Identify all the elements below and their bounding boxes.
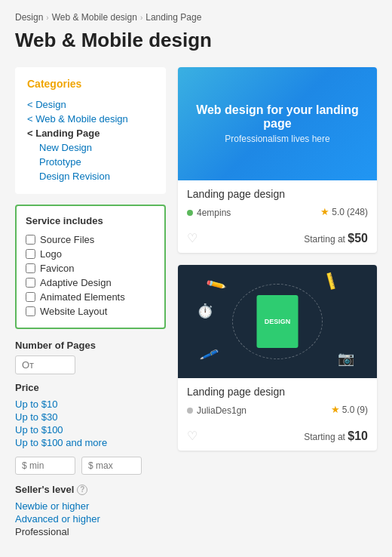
checkbox-source-files-label: Source Files: [40, 234, 94, 245]
camera-icon: 📷: [338, 350, 354, 367]
product-footer-1: ♡ Starting at $50: [178, 226, 377, 253]
price-amount-2: $10: [348, 429, 368, 442]
content-area: Web design for your landing page Profess…: [178, 67, 377, 463]
breadcrumb-web-mobile[interactable]: Web & Mobile design: [52, 12, 137, 23]
clock-icon: ⏱️: [197, 303, 213, 319]
checkbox-adaptive-design[interactable]: Adaptive Design: [26, 275, 155, 290]
product-image-text-1: Web design for your landing page Profess…: [178, 96, 377, 152]
product-image-1: Web design for your landing page Profess…: [178, 67, 377, 180]
checkbox-animated-elements-label: Animated Elements: [40, 291, 125, 303]
checkbox-animated-elements[interactable]: Animated Elements: [26, 290, 155, 304]
sidebar: Categories < Design < Web & Mobile desig…: [15, 67, 166, 538]
categories-title: Categories: [27, 78, 154, 90]
checkbox-source-files-input[interactable]: [26, 235, 35, 245]
pencil-icon: ✏️: [205, 273, 228, 296]
price-range: [15, 457, 166, 475]
product-meta-2: JuliaDes1gn ★ 5.0 (9): [187, 404, 368, 417]
category-design[interactable]: < Design: [27, 97, 154, 112]
seller-level-title: Seller's level ?: [15, 484, 166, 495]
seller-level-section: Seller's level ? Newbie or higher Advanc…: [15, 484, 166, 538]
category-landing-page[interactable]: < Landing Page: [27, 126, 154, 140]
number-of-pages-section: Number of Pages: [15, 340, 166, 382]
breadcrumb: Design › Web & Mobile design › Landing P…: [15, 12, 377, 23]
price-max-input[interactable]: [81, 457, 142, 475]
star-icon-1: ★: [320, 206, 329, 217]
starting-at-1: Starting at: [304, 234, 345, 245]
price-info-2: Starting at $10: [304, 429, 368, 443]
service-includes-box: Service includes Source Files Logo Favic…: [15, 205, 166, 329]
product-card-2: DESIGN ✏️ 📏 📷 🖊️ ⏱️ Landing page design: [178, 265, 377, 451]
reviews-text-2: (9): [357, 405, 368, 415]
checkbox-favicon-input[interactable]: [26, 263, 35, 273]
checkbox-website-layout-label: Website Layout: [40, 306, 107, 317]
price-up-to-10[interactable]: Up to $10: [15, 398, 166, 411]
breadcrumb-landing: Landing Page: [145, 12, 201, 23]
category-design-revision[interactable]: Design Revision: [27, 169, 154, 183]
rating-2: ★ 5.0 (9): [331, 404, 368, 415]
number-of-pages-label: Number of Pages: [15, 340, 166, 351]
price-up-to-100-more[interactable]: Up to $100 and more: [15, 436, 166, 449]
product-body-2: Landing page design JuliaDes1gn ★ 5.0 (9…: [178, 378, 377, 424]
checkbox-animated-elements-input[interactable]: [26, 292, 35, 302]
price-up-to-100[interactable]: Up to $100: [15, 423, 166, 436]
checkbox-website-layout[interactable]: Website Layout: [26, 304, 155, 319]
price-info-1: Starting at $50: [304, 232, 368, 245]
heart-icon-2[interactable]: ♡: [187, 429, 198, 443]
reviews-text-1: (248): [347, 207, 368, 217]
service-includes-title: Service includes: [26, 215, 155, 226]
help-icon[interactable]: ?: [77, 485, 87, 495]
pen-icon: 🖊️: [198, 344, 219, 365]
design-notebook: DESIGN: [257, 295, 299, 348]
categories-card: Categories < Design < Web & Mobile desig…: [15, 67, 166, 194]
checkbox-logo-label: Logo: [40, 248, 62, 260]
checkbox-favicon[interactable]: Favicon: [26, 261, 155, 275]
breadcrumb-separator-1: ›: [46, 14, 48, 22]
main-layout: Categories < Design < Web & Mobile desig…: [15, 67, 377, 538]
category-prototype[interactable]: Prototype: [27, 155, 154, 169]
product-image-2: DESIGN ✏️ 📏 📷 🖊️ ⏱️: [178, 265, 377, 378]
seller-info-2: JuliaDes1gn: [187, 405, 247, 416]
checkbox-source-files[interactable]: Source Files: [26, 232, 155, 247]
product-image-main-text-1: Web design for your landing page: [185, 103, 369, 131]
checkbox-adaptive-design-input[interactable]: [26, 278, 35, 288]
number-of-pages-input[interactable]: [15, 355, 75, 374]
online-dot-1: [187, 210, 193, 216]
seller-name-2: JuliaDes1gn: [197, 405, 247, 416]
breadcrumb-design[interactable]: Design: [15, 12, 43, 23]
page-title: Web & Mobile design: [15, 29, 377, 52]
checkbox-website-layout-input[interactable]: [26, 306, 35, 316]
rating-text-2: 5.0: [342, 405, 355, 415]
category-web-mobile[interactable]: < Web & Mobile design: [27, 112, 154, 126]
checkbox-logo-input[interactable]: [26, 249, 35, 259]
rating-1: ★ 5.0 (248): [320, 206, 368, 217]
seller-advanced[interactable]: Advanced or higher: [15, 512, 166, 525]
star-icon-2: ★: [331, 404, 340, 415]
product-meta-1: 4empins ★ 5.0 (248): [187, 206, 368, 219]
heart-icon-1[interactable]: ♡: [187, 231, 198, 245]
price-section: Price Up to $10 Up to $30 Up to $100 Up …: [15, 382, 166, 475]
seller-name-1: 4empins: [197, 208, 231, 218]
offline-dot-2: [187, 408, 193, 414]
price-up-to-30[interactable]: Up to $30: [15, 411, 166, 423]
seller-newbie[interactable]: Newbie or higher: [15, 500, 166, 512]
price-min-input[interactable]: [15, 457, 75, 475]
ruler-icon: 📏: [320, 269, 342, 292]
seller-professional[interactable]: Professional: [15, 525, 166, 538]
rating-price-2: ★ 5.0 (9): [331, 404, 368, 417]
category-new-design[interactable]: New Design: [27, 140, 154, 155]
product-footer-2: ♡ Starting at $10: [178, 424, 377, 451]
price-amount-1: $50: [348, 232, 368, 245]
checkbox-favicon-label: Favicon: [40, 263, 75, 274]
price-label: Price: [15, 382, 166, 393]
checkbox-logo[interactable]: Logo: [26, 247, 155, 261]
checkbox-adaptive-design-label: Adaptive Design: [40, 277, 112, 288]
rating-price-1: ★ 5.0 (248): [320, 206, 368, 219]
product-body-1: Landing page design 4empins ★ 5.0 (248): [178, 180, 377, 226]
page-wrapper: Design › Web & Mobile design › Landing P…: [0, 0, 392, 550]
price-links: Up to $10 Up to $30 Up to $100 Up to $10…: [15, 398, 166, 449]
rating-text-1: 5.0: [332, 207, 345, 217]
product-title-1: Landing page design: [187, 188, 368, 200]
product-title-2: Landing page design: [187, 386, 368, 398]
product-card-1: Web design for your landing page Profess…: [178, 67, 377, 253]
seller-info-1: 4empins: [187, 208, 231, 218]
